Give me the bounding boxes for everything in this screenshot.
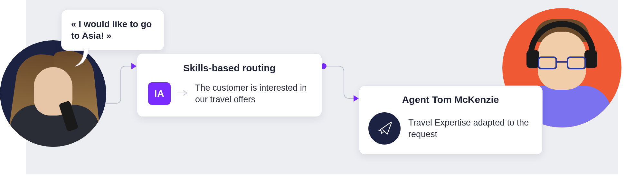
arrow-right-icon: [176, 89, 189, 98]
diagram-canvas: « I would like to go to Asia! » Skills-b…: [0, 0, 644, 182]
routing-title: Skills-based routing: [148, 63, 311, 74]
agent-skill-text: Travel Expertise adapted to the request: [408, 117, 533, 140]
arrowhead-icon: [131, 63, 137, 71]
agent-card: Agent Tom McKenzie Travel Expertise adap…: [359, 86, 543, 155]
ai-badge-icon: IA: [148, 82, 171, 105]
ai-badge-label: IA: [154, 88, 165, 99]
svg-marker-0: [131, 63, 137, 69]
routing-card: Skills-based routing IA The customer is …: [137, 53, 322, 117]
customer-quote-text: « I would like to go to Asia! »: [71, 19, 152, 41]
customer-quote-bubble: « I would like to go to Asia! »: [61, 10, 164, 51]
routing-insight-text: The customer is interested in our travel…: [195, 82, 311, 106]
plane-icon: [368, 112, 401, 145]
arrowhead-icon: [354, 95, 359, 103]
customer-avatar: [0, 40, 106, 147]
svg-marker-1: [354, 95, 359, 102]
agent-title: Agent Tom McKenzie: [368, 94, 533, 105]
